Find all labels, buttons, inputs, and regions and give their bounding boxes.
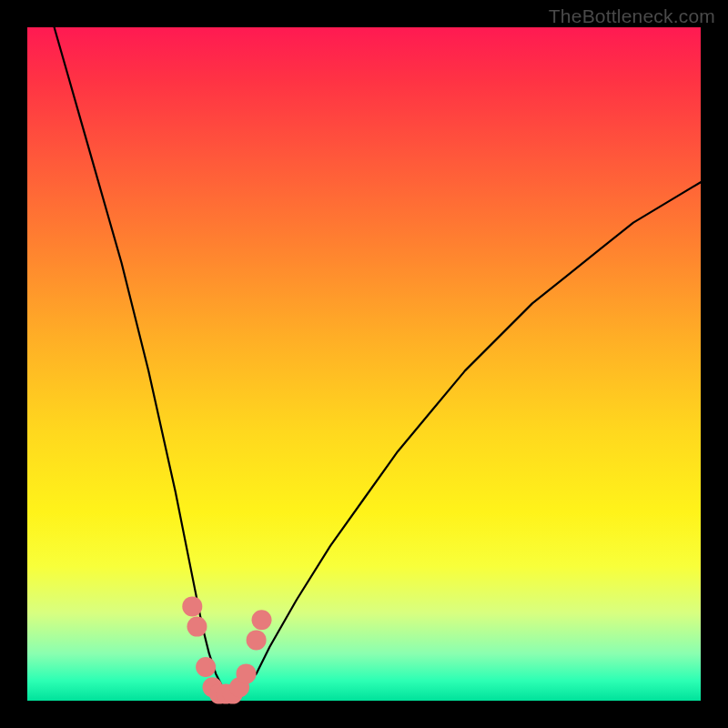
marker-dot (182, 596, 202, 616)
bottleneck-curve (55, 27, 701, 694)
chart-frame: TheBottleneck.com (0, 0, 728, 728)
marker-dot (247, 630, 267, 650)
watermark-text: TheBottleneck.com (549, 5, 715, 27)
marker-dot (237, 663, 257, 683)
plot-area (27, 27, 701, 701)
marker-dot (187, 617, 207, 637)
curve-svg (27, 27, 701, 701)
curve-line (55, 27, 701, 694)
marker-dot (252, 610, 272, 630)
highlight-markers (182, 596, 271, 703)
marker-dot (196, 657, 216, 677)
